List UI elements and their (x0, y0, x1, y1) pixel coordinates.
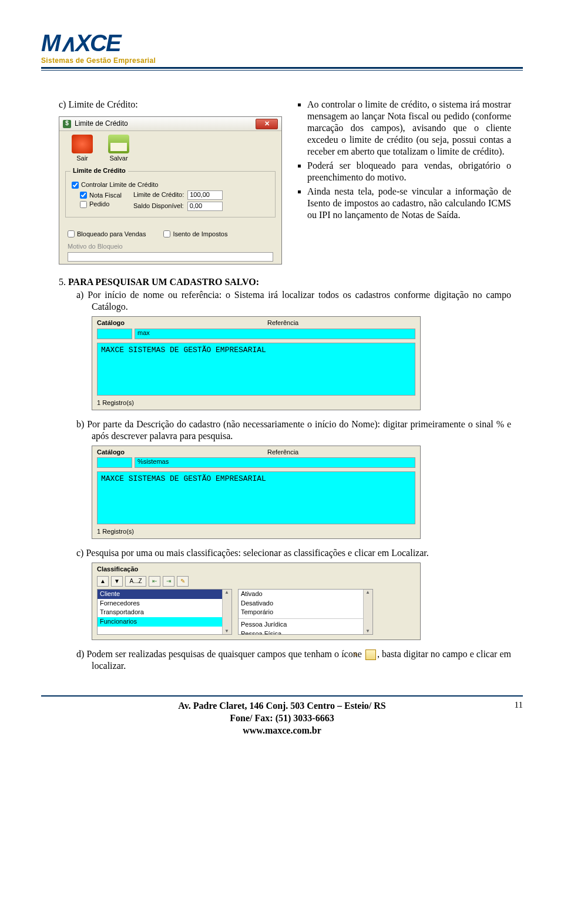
list-item[interactable]: Transportadora (98, 608, 231, 617)
sec5-heading: PARA PESQUISAR UM CADASTRO SALVO: (68, 277, 259, 287)
edit-icon[interactable]: ✎ (177, 576, 189, 587)
catalog-label: Catálogo (97, 448, 132, 457)
reference-label: Referência (267, 448, 298, 457)
exit-button[interactable]: Sair (65, 135, 99, 163)
bullet-1: Ao controlar o limite de crédito, o sist… (307, 99, 511, 158)
reference-label: Referência (267, 319, 298, 327)
scrollbar[interactable] (222, 590, 231, 634)
catalog-results[interactable]: MAXCE SISTEMAS DE GESTÃO EMPRESARIAL (97, 471, 415, 524)
catalog-code-input[interactable] (97, 329, 132, 339)
classif-list-right[interactable]: Ativado Desativado Temporário Pessoa Jur… (238, 589, 373, 635)
sort-button[interactable]: A...Z (125, 576, 146, 587)
sec5-num: 5. (59, 277, 66, 287)
sec5-item-b: b) Por parte da Descrição do cadastro (n… (92, 419, 511, 442)
section-5: 5. PARA PESQUISAR UM CADASTRO SALVO: a) … (59, 276, 511, 672)
classif-label: Classificação (97, 565, 415, 574)
label-saldo: Saldo Disponível: (133, 202, 184, 210)
page-footer: Av. Padre Claret, 146 Conj. 503 Centro –… (41, 695, 523, 736)
dialog-titlebar: $ Limite de Crédito ✕ (59, 117, 281, 131)
check-control-limit[interactable]: Controlar Limite de Crédito (72, 181, 269, 189)
catalog-search-input[interactable]: max (135, 329, 415, 339)
up-icon[interactable]: ▲ (97, 576, 109, 587)
save-button[interactable]: Salvar (102, 135, 136, 163)
page-number: 11 (499, 700, 523, 710)
list-item[interactable]: Desativado (239, 599, 372, 608)
bullet-3: Ainda nesta tela, pode-se vincular a inf… (307, 186, 511, 221)
sec5-item-c: c) Pesquisa por uma ou mais classificaçõ… (92, 547, 511, 559)
exit-label: Sair (65, 155, 99, 163)
save-label: Salvar (102, 155, 136, 163)
footer-address: Av. Padre Claret, 146 Conj. 503 Centro –… (65, 700, 499, 712)
catalog-panel-2: CatálogoReferência %sistemas MAXCE SISTE… (92, 446, 421, 540)
input-motivo[interactable] (68, 252, 273, 262)
close-button[interactable]: ✕ (256, 119, 278, 129)
catalog-search-input[interactable]: %sistemas (135, 457, 415, 468)
dollar-icon: $ (63, 120, 71, 128)
sec5-item-d: d) Podem ser realizadas pesquisas de qua… (92, 648, 511, 672)
exit-icon (72, 135, 93, 153)
check-isento[interactable]: Isento de Impostos (163, 230, 227, 239)
input-saldo[interactable]: 0,00 (187, 202, 223, 211)
indent-right-icon[interactable]: ⇥ (163, 576, 174, 587)
list-item[interactable]: Cliente (98, 590, 231, 599)
field-search-icon (365, 650, 376, 660)
scrollbar[interactable] (363, 590, 372, 634)
list-item[interactable]: Fornecedores (98, 599, 231, 608)
classification-panel: Classificação ▲ ▼ A...Z ⇤ ⇥ ✎ Cliente Fo… (92, 563, 421, 640)
footer-url: www.maxce.com.br (65, 725, 499, 737)
label-limite: Limite de Crédito: (133, 191, 184, 199)
bullet-list: Ao controlar o limite de crédito, o sist… (297, 99, 511, 221)
logo-text: M∧XCE (41, 30, 120, 56)
dialog-title: Limite de Crédito (75, 119, 256, 128)
group-title: Limite de Crédito (70, 167, 128, 175)
sec5-item-a: a) Por início de nome ou referência: o S… (92, 289, 511, 313)
input-limite[interactable]: 100,00 (187, 190, 223, 200)
bullet-2: Poderá ser bloqueado para vendas, obriga… (307, 160, 511, 183)
list-item[interactable]: Pessoa Física (239, 630, 372, 635)
check-bloqueado[interactable]: Bloqueado para Vendas (68, 230, 146, 239)
catalog-results[interactable]: MAXCE SISTEMAS DE GESTÃO EMPRESARIAL (97, 343, 415, 396)
down-icon[interactable]: ▼ (111, 576, 123, 587)
catalog-count: 1 Registro(s) (92, 397, 420, 410)
classif-list-left[interactable]: Cliente Fornecedores Transportadora Func… (97, 589, 232, 635)
catalog-panel-1: CatálogoReferência max MAXCE SISTEMAS DE… (92, 316, 421, 410)
section-c-heading: c) Limite de Crédito: (59, 99, 282, 111)
list-item[interactable]: Ativado (239, 590, 372, 599)
page-header: M∧XCE Sistemas de Gestão Empresarial (41, 29, 523, 71)
credit-limit-dialog: $ Limite de Crédito ✕ Sair Salvar (59, 116, 282, 265)
check-pedido[interactable]: Pedido (80, 200, 122, 209)
header-rule (41, 67, 523, 71)
label-motivo: Motivo do Bloqueio (68, 243, 273, 251)
catalog-label: Catálogo (97, 319, 132, 327)
list-item[interactable]: Temporário (239, 608, 372, 617)
credit-groupbox: Limite de Crédito Controlar Limite de Cr… (65, 171, 276, 217)
catalog-count: 1 Registro(s) (92, 525, 420, 538)
catalog-code-input[interactable] (97, 457, 132, 468)
check-nota-fiscal[interactable]: Nota Fiscal (80, 192, 122, 200)
list-item[interactable]: Funcionarios (98, 617, 231, 627)
save-icon (108, 135, 129, 153)
logo-subtitle: Sistemas de Gestão Empresarial (41, 56, 523, 65)
indent-left-icon[interactable]: ⇤ (149, 576, 160, 587)
footer-phone: Fone/ Fax: (51) 3033-6663 (65, 712, 499, 725)
list-item[interactable]: Pessoa Jurídica (239, 620, 372, 630)
